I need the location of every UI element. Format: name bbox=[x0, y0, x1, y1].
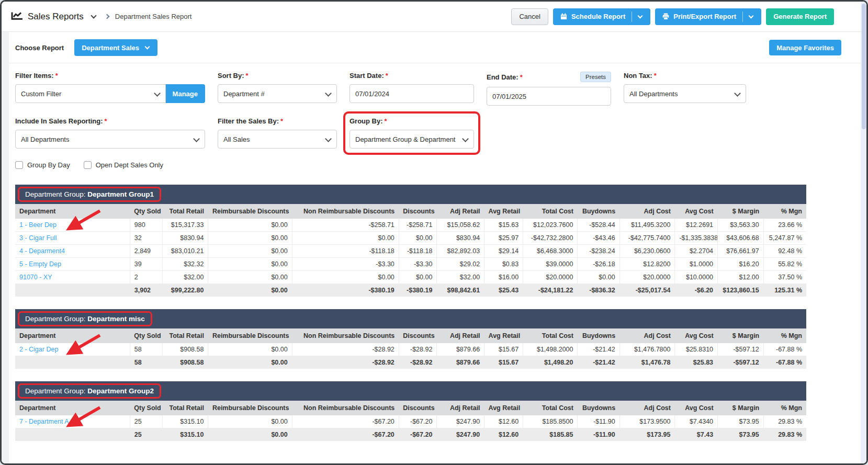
end-date-input[interactable]: 07/01/2025 bbox=[487, 87, 611, 106]
breadcrumb: Department Sales Report bbox=[115, 13, 192, 20]
cell: $6,230.0600 bbox=[619, 245, 675, 258]
include-in-sales-reporting-select[interactable]: All Departments bbox=[15, 130, 205, 149]
page-title: Sales Reports bbox=[28, 12, 84, 22]
cell: 55.82 % bbox=[763, 258, 806, 271]
generate-report-button[interactable]: Generate Report bbox=[766, 8, 834, 25]
chevron-down-icon[interactable] bbox=[749, 13, 754, 18]
report-group-section: Department Group: Department Group2 Depa… bbox=[15, 381, 806, 441]
department-link[interactable]: 91070 - XY bbox=[19, 274, 52, 281]
total-row: 58$908.58$0.00-$28.92-$28.92$879.66$15.6… bbox=[15, 356, 806, 369]
choose-report-label: Choose Report bbox=[15, 44, 64, 52]
scrollbar[interactable] bbox=[861, 2, 866, 463]
non-tax-select[interactable]: All Departments bbox=[624, 84, 746, 103]
include-in-sales-reporting-field: Include In Sales Reporting:* All Departm… bbox=[15, 117, 205, 149]
filter-items-field: Filter Items:* Custom Filter Manage bbox=[15, 72, 205, 106]
total-cell: $12.60 bbox=[484, 428, 523, 441]
schedule-report-button[interactable]: Schedule Report bbox=[553, 8, 650, 25]
column-header: Discounts bbox=[399, 204, 437, 219]
cell: -$238.24 bbox=[578, 245, 619, 258]
report-sections: Department Group: Department Group1 Depa… bbox=[9, 185, 866, 446]
column-header: Qty Sold bbox=[130, 328, 162, 343]
end-date-value: 07/01/2025 bbox=[492, 93, 526, 100]
cell: 2 bbox=[130, 271, 162, 284]
cell: $12.2691 bbox=[675, 219, 718, 232]
cell: $25.8310 bbox=[675, 343, 718, 356]
cell: $0.00 bbox=[578, 271, 619, 284]
department-link[interactable]: 4 - Deparment4 bbox=[19, 247, 65, 255]
cancel-button[interactable]: Cancel bbox=[511, 8, 548, 25]
cell: 3 - Cigar Full bbox=[15, 232, 130, 245]
total-cell: $0.00 bbox=[208, 428, 292, 441]
report-type-dropdown[interactable]: Department Sales bbox=[74, 39, 157, 56]
filter-items-select[interactable]: Custom Filter bbox=[15, 84, 166, 103]
total-cell: -$25,017.54 bbox=[619, 284, 675, 297]
column-header: Total Cost bbox=[523, 204, 578, 219]
total-cell: -$24,181.22 bbox=[523, 284, 578, 297]
department-link[interactable]: 2 - Cigar Dep bbox=[19, 346, 58, 353]
breadcrumb-separator-icon bbox=[104, 14, 109, 19]
group-header-bar: Department Group: Department misc bbox=[15, 309, 806, 328]
sort-by-value: Department # bbox=[223, 90, 265, 98]
column-header: % Mgn bbox=[763, 401, 806, 415]
group-by-select[interactable]: Department Group & Department bbox=[350, 130, 474, 149]
cell: -$28.92 bbox=[399, 343, 437, 356]
cell: -$26.18 bbox=[578, 258, 619, 271]
cell: 5 - Empty Dep bbox=[15, 258, 130, 271]
end-date-field: End Date:* Presets 07/01/2025 bbox=[487, 72, 611, 106]
filter-items-label: Filter Items: bbox=[15, 72, 54, 80]
total-cell: $99,222.80 bbox=[162, 284, 208, 297]
required-asterisk: * bbox=[246, 72, 249, 80]
total-cell: -$67.20 bbox=[292, 428, 399, 441]
start-date-label: Start Date: bbox=[350, 72, 384, 80]
manage-favorites-button[interactable]: Manage Favorites bbox=[769, 40, 841, 55]
cell: $29.02 bbox=[437, 258, 484, 271]
column-header: Adj Retail bbox=[437, 401, 484, 415]
department-link[interactable]: 5 - Empty Dep bbox=[19, 260, 61, 268]
manage-filter-button[interactable]: Manage bbox=[165, 84, 205, 103]
group-by-day-label: Group By Day bbox=[27, 161, 70, 169]
filter-sales-by-select[interactable]: All Sales bbox=[218, 130, 337, 149]
cell: -$42,775.7400 bbox=[619, 232, 675, 245]
department-link[interactable]: 7 - Department A bbox=[19, 418, 69, 425]
cell: $15.63 bbox=[484, 219, 523, 232]
chevron-down-icon[interactable] bbox=[91, 13, 96, 18]
table-row: 7 - Department A25$315.10$0.00-$67.20-$6… bbox=[15, 415, 806, 428]
column-header: Reimbursable Discounts bbox=[208, 204, 292, 219]
chevron-down-icon[interactable] bbox=[638, 13, 643, 18]
open-dept-sales-only-checkbox[interactable]: Open Dept Sales Only bbox=[84, 161, 163, 169]
total-cell bbox=[15, 356, 130, 369]
sort-by-select[interactable]: Department # bbox=[218, 84, 337, 103]
cell: 29.83 % bbox=[763, 415, 806, 428]
print-export-report-button[interactable]: Print/Export Report bbox=[655, 8, 761, 25]
column-header: Avg Cost bbox=[675, 401, 718, 415]
department-link[interactable]: 1 - Beer Dep bbox=[19, 221, 57, 229]
cell: $0.00 bbox=[208, 232, 292, 245]
column-header-row: DepartmentQty SoldTotal RetailReimbursab… bbox=[15, 328, 806, 343]
cell: $0.00 bbox=[292, 271, 399, 284]
cell: 39 bbox=[130, 258, 162, 271]
page-body: Choose Report Department Sales Manage Fa… bbox=[2, 32, 866, 463]
cell: -$11.90 bbox=[578, 415, 619, 428]
presets-button[interactable]: Presets bbox=[580, 72, 611, 82]
start-date-field: Start Date:* 07/01/2024 bbox=[350, 72, 474, 106]
start-date-input[interactable]: 07/01/2024 bbox=[350, 84, 474, 103]
cell: $73.95 bbox=[718, 415, 764, 428]
scrollbar-thumb[interactable] bbox=[862, 4, 866, 129]
department-link[interactable]: 3 - Cigar Full bbox=[19, 234, 57, 242]
app-brand[interactable]: Sales Reports bbox=[11, 12, 98, 22]
group-by-value: Department Group & Department bbox=[355, 135, 455, 143]
total-cell: -$836.32 bbox=[578, 284, 619, 297]
cell: -$28.92 bbox=[292, 343, 399, 356]
cell: -$258.71 bbox=[399, 219, 437, 232]
column-header: Adj Cost bbox=[619, 401, 675, 415]
group-title: Department Group1 bbox=[87, 190, 154, 198]
column-header: Total Retail bbox=[162, 401, 208, 415]
cell: -$3.30 bbox=[292, 258, 399, 271]
group-by-day-checkbox[interactable]: Group By Day bbox=[15, 161, 70, 169]
annotation-red-box-group-title: Department Group: Department Group1 bbox=[18, 187, 161, 202]
filter-sales-by-value: All Sales bbox=[223, 135, 250, 143]
cell: $83,010.21 bbox=[162, 245, 208, 258]
cell: 32 bbox=[130, 232, 162, 245]
column-header: Non Reimbursable Discounts bbox=[292, 328, 399, 343]
cell: $6,468.3000 bbox=[523, 245, 578, 258]
